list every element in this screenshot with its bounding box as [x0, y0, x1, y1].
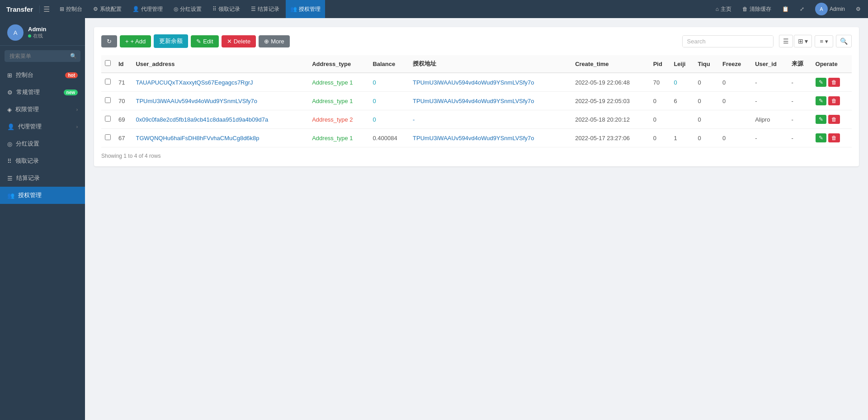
nav-item-system-config[interactable]: ⚙ 系统配置: [89, 0, 126, 18]
cell-create-time: 2022-05-18 20:20:12: [571, 110, 650, 129]
cell-freeze: 0: [719, 129, 751, 147]
fullscreen-nav-item[interactable]: ⤢: [797, 0, 807, 18]
sidebar-item-dashboard[interactable]: ⊞ 控制台 hot: [0, 66, 85, 84]
select-all-checkbox[interactable]: [105, 60, 111, 66]
home-icon: ⌂: [716, 6, 719, 12]
settlement-nav-icon: ☰: [251, 6, 256, 12]
cell-create-time: 2022-05-19 22:06:48: [571, 73, 650, 92]
toolbar: ↻ + + Add 更新余额 ✎ Edit ✕ Delete ⊕: [101, 34, 852, 48]
th-id: Id: [115, 55, 132, 73]
cell-source: -: [788, 110, 812, 129]
th-leiji: Leiji: [670, 55, 694, 73]
table-row: 69 0x09c0fa8e2cd5fb18a9cb41c8daa951d9a4b…: [101, 110, 852, 129]
cell-create-time: 2022-05-17 23:27:06: [571, 129, 650, 147]
sidebar-item-agent[interactable]: 👤 代理管理 ›: [0, 118, 85, 135]
row-checkbox-3[interactable]: [105, 134, 111, 140]
claim-sidebar-icon: ⠿: [7, 158, 12, 165]
row-delete-button-2[interactable]: 🗑: [828, 115, 840, 124]
row-edit-button-2[interactable]: ✎: [816, 115, 826, 124]
cell-user-address: TGWQNQHu6haiFsDH8hFVvhaCMuCg8d6k8p: [132, 129, 308, 147]
row-edit-button-0[interactable]: ✎: [816, 78, 826, 87]
add-button[interactable]: + + Add: [120, 35, 151, 47]
th-user-id: User_id: [751, 55, 788, 73]
sidebar-item-dividend[interactable]: ◎ 分红设置: [0, 135, 85, 152]
nav-item-agent-manage[interactable]: 👤 代理管理: [128, 0, 167, 18]
main-layout: A Admin 在线 🔍 ⊞ 控制台 hot: [0, 18, 868, 420]
th-auth-address: 授权地址: [409, 55, 571, 73]
sidebar-search-icon[interactable]: 🔍: [70, 53, 77, 59]
home-nav-item[interactable]: ⌂ 主页: [713, 0, 734, 18]
grid-view-button[interactable]: ⊞ ▾: [794, 35, 812, 47]
sidebar-status: 在线: [28, 33, 46, 39]
settings-nav-item[interactable]: ⚙: [853, 0, 863, 18]
row-delete-button-3[interactable]: 🗑: [828, 133, 840, 142]
sidebar-item-permissions[interactable]: ◈ 权限管理 ›: [0, 101, 85, 118]
cell-leiji: 0: [670, 73, 694, 92]
nav-item-claim[interactable]: ⠿ 领取记录: [208, 0, 245, 18]
row-checkbox-cell: [101, 129, 115, 147]
nav-item-dividend[interactable]: ◎ 分红设置: [169, 0, 206, 18]
agent-sidebar-icon: 👤: [7, 123, 14, 130]
search-input[interactable]: [683, 36, 773, 47]
copy-nav-item[interactable]: 📋: [779, 0, 792, 18]
delete-button[interactable]: ✕ Delete: [222, 35, 256, 47]
cell-user-id: -: [751, 129, 788, 147]
nav-item-settlement[interactable]: ☰ 结算记录: [246, 0, 284, 18]
cell-pid: 0: [650, 129, 670, 147]
main-card: ↻ + + Add 更新余额 ✎ Edit ✕ Delete ⊕: [94, 27, 859, 166]
clear-cache-nav-item[interactable]: 🗑 清除缓存: [740, 0, 774, 18]
search-submit-button[interactable]: 🔍: [836, 35, 852, 47]
sidebar-item-general[interactable]: ⚙ 常规管理 new: [0, 84, 85, 101]
sidebar-item-settlement[interactable]: ☰ 结算记录: [0, 170, 85, 187]
cell-auth-address: TPUmU3iWAAUv594vd4oWud9YSnmLVSfy7o: [409, 92, 571, 110]
row-checkbox-0[interactable]: [105, 79, 111, 85]
cell-freeze: [719, 110, 751, 129]
filter-button[interactable]: ≡ ▾: [815, 35, 833, 47]
agent-manage-nav-icon: 👤: [132, 6, 139, 12]
nav-item-auth[interactable]: 👥 授权管理: [286, 0, 325, 18]
cell-tiqu: 0: [694, 129, 719, 147]
more-button[interactable]: ⊕ More: [259, 35, 290, 47]
row-edit-button-3[interactable]: ✎: [816, 133, 826, 142]
th-balance: Balance: [369, 55, 409, 73]
list-view-button[interactable]: ☰: [779, 35, 793, 47]
cell-balance: 0: [369, 73, 409, 92]
fullscreen-icon: ⤢: [800, 6, 804, 12]
sidebar-item-claim[interactable]: ⠿ 领取记录: [0, 152, 85, 170]
th-operate: Operate: [812, 55, 852, 73]
row-delete-button-0[interactable]: 🗑: [828, 78, 840, 87]
cell-pid: 0: [650, 92, 670, 110]
row-checkbox-cell: [101, 110, 115, 129]
permissions-chevron-icon: ›: [76, 107, 78, 112]
status-online-dot: [28, 34, 31, 38]
row-checkbox-2[interactable]: [105, 116, 111, 122]
edit-button[interactable]: ✎ Edit: [191, 35, 218, 47]
th-create-time: Create_time: [571, 55, 650, 73]
sidebar-item-auth[interactable]: 👥 授权管理: [0, 187, 85, 204]
settlement-sidebar-icon: ☰: [7, 175, 13, 182]
top-navigation: Transfer ☰ ⊞ 控制台 ⚙ 系统配置 👤 代理管理 ◎ 分红设置 ⠿ …: [0, 0, 868, 18]
sidebar-search-input[interactable]: [5, 50, 80, 62]
cell-operate: ✎ 🗑: [812, 129, 852, 147]
nav-item-dashboard[interactable]: ⊞ 控制台: [55, 0, 87, 18]
general-sidebar-icon: ⚙: [7, 89, 13, 96]
row-delete-button-1[interactable]: 🗑: [828, 96, 840, 105]
cell-id: 70: [115, 92, 132, 110]
menu-toggle-icon[interactable]: ☰: [43, 5, 50, 14]
cell-user-address: 0x09c0fa8e2cd5fb18a9cb41c8daa951d9a4b09d…: [132, 110, 308, 129]
cell-leiji: 6: [670, 92, 694, 110]
cell-auth-address: TPUmU3iWAAUv594vd4oWud9YSnmLVSfy7o: [409, 129, 571, 147]
update-balance-button[interactable]: 更新余额: [154, 34, 188, 48]
table-header-row: Id User_address Address_type Balance 授权地…: [101, 55, 852, 73]
auth-nav-icon: 👥: [290, 6, 297, 12]
settings-icon: ⚙: [856, 6, 861, 12]
row-checkbox-1[interactable]: [105, 97, 111, 103]
row-edit-button-1[interactable]: ✎: [816, 96, 826, 105]
refresh-button[interactable]: ↻: [101, 35, 117, 47]
cell-user-address: TAUAPUCUQxTXaxxytQSs67Eegagcs7RgrJ: [132, 73, 308, 92]
dashboard-hot-badge: hot: [65, 72, 78, 78]
user-profile-nav-item[interactable]: A Admin: [812, 0, 848, 18]
auth-sidebar-icon: 👥: [7, 192, 14, 199]
table-row: 70 TPUmU3iWAAUv594vd4oWud9YSnmLVSfy7o Ad…: [101, 92, 852, 110]
cell-address-type: Address_type 1: [308, 92, 369, 110]
